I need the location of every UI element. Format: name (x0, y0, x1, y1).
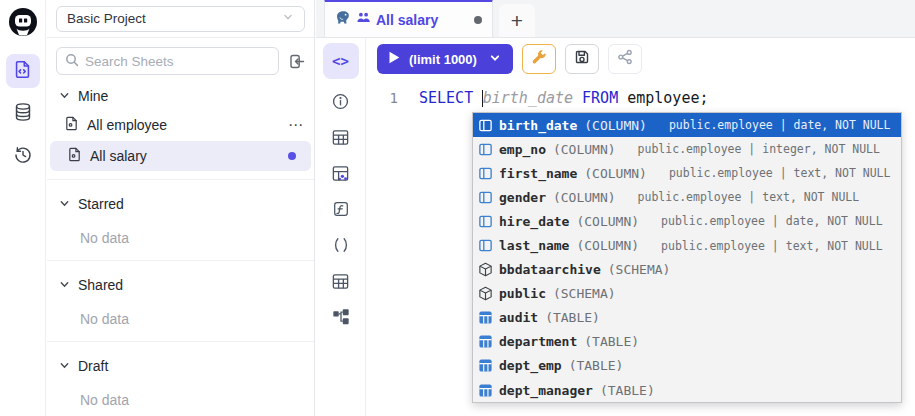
ghost-suggestion-text: birth_date (483, 89, 573, 107)
sheet-sidebar: Basic Project Search Sheets (47, 0, 315, 416)
tree-section-shared-header[interactable]: Shared (47, 271, 314, 299)
editor-column: (limit 1000) (366, 38, 915, 416)
search-placeholder: Search Sheets (85, 54, 174, 69)
rail-item-sheets[interactable] (6, 54, 40, 88)
autocomplete-item[interactable]: gender(COLUMN)public.employee | text, NO… (473, 185, 901, 209)
chevron-down-icon (59, 88, 70, 104)
tree-section-starred-header[interactable]: Starred (47, 190, 314, 218)
autocomplete-item-detail: public.employee | text, NOT NULL (669, 166, 891, 180)
tree-section-shared: Shared No data (47, 261, 314, 333)
share-nodes-icon (617, 49, 633, 69)
tree-section-label: Starred (78, 196, 124, 212)
column-icon (477, 213, 493, 229)
run-options-chevron-icon (489, 52, 501, 67)
autocomplete-item[interactable]: emp_no(COLUMN)public.employee | integer,… (473, 137, 901, 161)
sheet-item-all-salary[interactable]: All salary (50, 141, 311, 171)
autocomplete-item-kind: (TABLE) (569, 358, 624, 373)
tab-all-salary[interactable]: All salary (324, 0, 493, 37)
autocomplete-item[interactable]: audit(TABLE) (473, 306, 901, 330)
autocomplete-item-label: department (499, 334, 577, 349)
save-sheet-button[interactable] (565, 44, 599, 74)
table-panel-button[interactable] (327, 123, 355, 151)
sheet-file-icon (67, 147, 82, 165)
import-sheet-icon[interactable] (288, 53, 305, 70)
left-rail (0, 0, 46, 416)
autocomplete-item-kind: (COLUMN) (584, 118, 647, 133)
run-query-button[interactable]: (limit 1000) (377, 44, 513, 74)
autocomplete-item[interactable]: bbdataarchive(SCHEMA) (473, 258, 901, 282)
sheet-file-icon (64, 116, 79, 134)
code-editor-toggle[interactable]: <> (323, 43, 359, 79)
autocomplete-item[interactable]: dept_manager(TABLE) (473, 378, 901, 402)
rail-item-history[interactable] (6, 140, 40, 174)
format-sql-button[interactable] (522, 44, 556, 74)
schema-diagram-button[interactable] (327, 303, 355, 331)
wrench-icon (531, 49, 547, 69)
table-icon (477, 382, 493, 398)
autocomplete-item-label: dept_manager (499, 383, 593, 398)
tab-strip: All salary + (316, 0, 915, 38)
tree-section-mine[interactable]: Mine (47, 82, 314, 110)
sql-code-text: SELECT birth_date FROM employee; (419, 89, 709, 107)
autocomplete-item[interactable]: birth_date(COLUMN)public.employee | date… (473, 113, 901, 137)
autocomplete-item-label: public (499, 286, 546, 301)
autocomplete-item[interactable]: first_name(COLUMN)public.employee | text… (473, 161, 901, 185)
tree-section-label: Shared (78, 277, 123, 293)
sql-editor-app: Basic Project Search Sheets (0, 0, 915, 416)
new-tab-button[interactable]: + (499, 4, 535, 37)
empty-state: No data (47, 305, 314, 333)
chevron-down-icon (59, 277, 70, 293)
schema-icon (477, 262, 493, 278)
autocomplete-item[interactable]: department(TABLE) (473, 330, 901, 354)
autocomplete-item-kind: (COLUMN) (553, 142, 616, 157)
table-icon (477, 358, 493, 374)
sheet-item-label: All employee (87, 117, 167, 133)
autocomplete-item[interactable]: hire_date(COLUMN)public.employee | date,… (473, 209, 901, 233)
data-masking-button[interactable] (327, 159, 355, 187)
autocomplete-item[interactable]: last_name(COLUMN)public.employee | text,… (473, 233, 901, 257)
autocomplete-item-label: audit (499, 310, 538, 325)
brackets-panel-button[interactable] (327, 231, 355, 259)
autocomplete-item[interactable]: public(SCHEMA) (473, 282, 901, 306)
autocomplete-item-kind: (COLUMN) (576, 214, 639, 229)
autocomplete-item-label: last_name (499, 238, 569, 253)
tree-section-draft-header[interactable]: Draft (47, 352, 314, 380)
unsaved-dot (288, 152, 296, 160)
sql-keyword-from: FROM (582, 89, 618, 107)
autocomplete-item-label: birth_date (499, 118, 577, 133)
project-select[interactable]: Basic Project (56, 6, 305, 32)
autocomplete-item-label: first_name (499, 166, 577, 181)
bytebase-logo-icon[interactable] (8, 7, 38, 41)
sheet-table-button[interactable] (327, 267, 355, 295)
column-icon (477, 189, 493, 205)
autocomplete-item-kind: (TABLE) (545, 310, 600, 325)
code-line-1: 1 SELECT birth_date FROM employee; (366, 80, 915, 107)
autocomplete-item-kind: (TABLE) (584, 334, 639, 349)
autocomplete-item-kind: (COLUMN) (553, 190, 616, 205)
rail-item-databases[interactable] (6, 97, 40, 131)
main-body: <> (316, 38, 915, 416)
shared-users-icon (356, 10, 371, 29)
table-icon (477, 334, 493, 350)
function-panel-button[interactable] (327, 195, 355, 223)
tree-section-label: Mine (78, 88, 108, 104)
line-number: 1 (366, 90, 398, 106)
sql-code-editor[interactable]: 1 SELECT birth_date FROM employee; birth… (366, 80, 915, 416)
info-panel-button[interactable] (327, 87, 355, 115)
more-menu-icon[interactable]: ⋯ (288, 120, 304, 130)
share-sheet-button[interactable] (608, 44, 642, 74)
autocomplete-item-kind: (COLUMN) (584, 166, 647, 181)
autocomplete-item[interactable]: dept_emp(TABLE) (473, 354, 901, 378)
column-icon (477, 141, 493, 157)
project-select-value: Basic Project (67, 11, 146, 26)
save-floppy-icon (574, 49, 590, 69)
autocomplete-item-kind: (SCHEMA) (553, 286, 616, 301)
sheet-item-all-employee[interactable]: All employee ⋯ (47, 110, 314, 140)
editor-icon-strip: <> (316, 38, 366, 416)
postgresql-icon (335, 10, 351, 30)
column-icon (477, 238, 493, 254)
search-sheets-input[interactable]: Search Sheets (56, 47, 279, 75)
chevron-down-icon (59, 196, 70, 212)
sheet-item-label: All salary (90, 148, 147, 164)
schema-icon (477, 286, 493, 302)
